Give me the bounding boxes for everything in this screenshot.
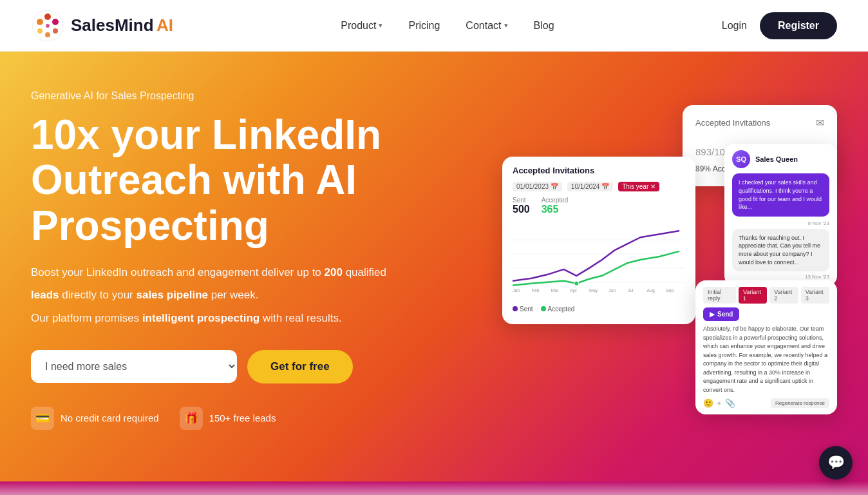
chart-date-end[interactable]: 10/1/2024 📅 [567, 182, 613, 191]
hero-title: 10x your LinkedIn Outreach with AI Prosp… [31, 112, 482, 248]
svg-text:Jun: Jun [609, 288, 616, 293]
svg-text:Jan: Jan [513, 288, 520, 293]
logo-ai-text: AI [156, 15, 173, 35]
svg-text:Sep: Sep [666, 288, 674, 293]
chart-legend: Sent Accepted [513, 306, 685, 313]
svg-text:Mar: Mar [551, 288, 560, 293]
chat-icon: 💬 [827, 454, 845, 471]
nav-pricing[interactable]: Pricing [408, 20, 440, 32]
tab-initial-reply[interactable]: Initial reply [703, 287, 736, 304]
svg-text:Feb: Feb [532, 288, 540, 293]
nav-contact[interactable]: Contact ▾ [466, 20, 507, 32]
chart-area: Jan Feb Mar Apr May Jun Jul Aug Sep [513, 218, 685, 302]
send-button[interactable]: ▶ Send [703, 307, 739, 321]
chevron-down-icon: ▾ [379, 21, 382, 30]
badge-no-credit-card: 💳 No credit card required [31, 407, 159, 430]
mail-icon: ✉ [816, 117, 824, 129]
nav-blog[interactable]: Blog [534, 20, 554, 32]
badge-free-leads: 🎁 150+ free leads [180, 407, 276, 430]
hero-content: Generative AI for Sales Prospecting 10x … [31, 90, 482, 430]
gradient-divider [0, 481, 868, 495]
hero-section: Generative AI for Sales Prospecting 10x … [0, 52, 868, 481]
variant-tabs: Initial reply Variant 1 Variant 2 Varian… [703, 287, 829, 304]
svg-text:Jul: Jul [628, 288, 634, 293]
svg-text:Apr: Apr [570, 288, 577, 293]
svg-text:Aug: Aug [646, 288, 654, 293]
main-nav: Product ▾ Pricing Contact ▾ Blog [341, 20, 554, 32]
nav-product[interactable]: Product ▾ [341, 20, 382, 32]
header: SalesMind AI Product ▾ Pricing Contact ▾… [0, 0, 868, 52]
gift-icon: 🎁 [180, 407, 203, 430]
message-bubble-outgoing: I checked your sales skills and qualific… [732, 173, 829, 216]
svg-point-4 [37, 28, 42, 34]
attachment-icon[interactable]: 📎 [725, 398, 735, 408]
logo[interactable]: SalesMind AI [31, 9, 173, 43]
get-for-free-button[interactable]: Get for free [247, 350, 353, 383]
send-message-body: Absolutely, I'd be happy to elaborate. O… [703, 325, 829, 394]
logo-icon [31, 9, 64, 43]
emoji-icon[interactable]: 🙂 [703, 398, 713, 408]
chat-widget-button[interactable]: 💬 [819, 446, 853, 480]
svg-point-2 [44, 14, 51, 20]
tab-variant-2[interactable]: Variant 2 [769, 287, 798, 304]
chart-this-year-filter[interactable]: This year ✕ [618, 182, 659, 191]
chart-svg: Jan Feb Mar Apr May Jun Jul Aug Sep [513, 218, 685, 302]
svg-point-7 [46, 24, 50, 28]
hero-badges: 💳 No credit card required 🎁 150+ free le… [31, 407, 482, 430]
credit-card-icon: 💳 [31, 407, 54, 430]
send-actions: 🙂 + 📎 Regenerate response [703, 398, 829, 408]
header-actions: Login Register [722, 12, 837, 39]
chart-card: Accepted Invitations 01/01/2023 📅 10/1/2… [502, 157, 695, 324]
svg-point-21 [574, 282, 579, 286]
chevron-down-icon: ▾ [504, 21, 508, 30]
chart-filters: 01/01/2023 📅 10/1/2024 📅 This year ✕ [513, 182, 685, 191]
tab-variant-1[interactable]: Variant 1 [739, 287, 767, 304]
regenerate-button[interactable]: Regenerate response [771, 398, 829, 408]
svg-text:May: May [589, 288, 598, 293]
svg-point-1 [37, 19, 43, 25]
messages-card: SQ Sales Queen I checked your sales skil… [724, 144, 837, 286]
send-icon: ▶ [710, 311, 715, 318]
svg-point-5 [45, 32, 50, 37]
hero-desc1: Boost your LinkedIn outreach and engagem… [31, 264, 482, 281]
hero-cta: I need more sales I want to grow my netw… [31, 350, 482, 383]
message-bubble-reply: Thanks for reaching out. I appreciate th… [732, 229, 829, 271]
sender-avatar: SQ [732, 150, 750, 168]
chart-date-start[interactable]: 01/01/2023 📅 [513, 182, 562, 191]
login-button[interactable]: Login [722, 20, 747, 32]
hero-ui-preview: Accepted Invitations ✉ 893/1000 89% Acce… [502, 105, 837, 414]
hero-desc2: leads directly to your sales pipeline pe… [31, 286, 482, 304]
register-button[interactable]: Register [760, 12, 837, 39]
sales-goal-select[interactable]: I need more sales I want to grow my netw… [31, 350, 237, 383]
svg-point-6 [53, 28, 58, 34]
hero-desc3: Our platform promises intelligent prospe… [31, 309, 482, 327]
svg-point-3 [52, 19, 59, 25]
logo-brand-text: SalesMind [71, 15, 154, 35]
tab-variant-3[interactable]: Variant 3 [801, 287, 829, 304]
hero-tagline: Generative AI for Sales Prospecting [31, 90, 482, 102]
plus-icon[interactable]: + [717, 398, 722, 408]
send-variants-card: Initial reply Variant 1 Variant 2 Varian… [695, 280, 837, 414]
